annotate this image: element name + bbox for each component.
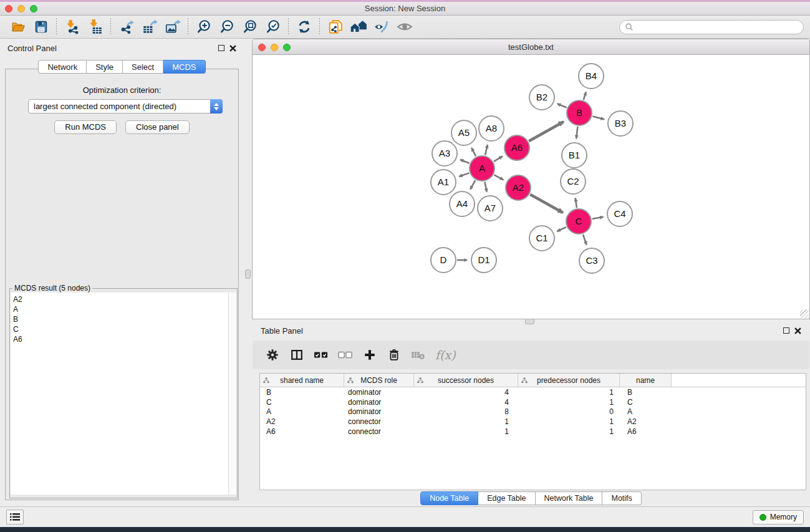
- graph-node-B2[interactable]: B2: [529, 85, 554, 110]
- graph-node-A[interactable]: A: [470, 156, 494, 181]
- import-network-icon[interactable]: [60, 17, 84, 36]
- graph-node-C3[interactable]: C3: [579, 248, 604, 273]
- float-panel-icon[interactable]: [218, 45, 224, 51]
- add-column-icon[interactable]: [362, 347, 377, 362]
- network-close-button[interactable]: [258, 44, 266, 51]
- graph-edge-A-A1[interactable]: [459, 173, 469, 177]
- graph-edge-C-C4[interactable]: [592, 217, 604, 219]
- network-minimize-button[interactable]: [271, 44, 278, 51]
- task-history-list-icon[interactable]: [6, 510, 24, 525]
- search-input[interactable]: [634, 22, 798, 31]
- tab-node-table[interactable]: Node Table: [420, 491, 478, 505]
- graph-node-D1[interactable]: D1: [471, 248, 496, 273]
- tab-edge-table[interactable]: Edge Table: [478, 491, 535, 505]
- column-header-predecessor-nodes[interactable]: predecessor nodes: [518, 374, 620, 387]
- graph-node-B4[interactable]: B4: [579, 64, 604, 89]
- graph-edge-A6-B[interactable]: [529, 122, 564, 141]
- graph-edge-C-C2[interactable]: [576, 198, 577, 208]
- graph-node-B[interactable]: B: [567, 100, 592, 125]
- import-table-icon[interactable]: [84, 17, 107, 36]
- network-zoom-button[interactable]: [283, 44, 291, 51]
- export-table-icon[interactable]: [138, 17, 161, 36]
- graph-node-C1[interactable]: C1: [529, 226, 554, 251]
- table-settings-gear-icon[interactable]: [265, 347, 280, 362]
- tab-mcds[interactable]: MCDS: [163, 60, 205, 74]
- close-panel-button[interactable]: Close panel: [125, 120, 190, 134]
- zoom-fit-icon[interactable]: [238, 17, 261, 36]
- graph-edge-A2-C[interactable]: [530, 195, 562, 213]
- column-header-name[interactable]: name: [620, 374, 672, 387]
- graph-edge-A-A5[interactable]: [471, 148, 476, 156]
- graph-node-C2[interactable]: C2: [561, 169, 586, 194]
- close-table-panel-icon[interactable]: [794, 327, 801, 334]
- graph-node-A7[interactable]: A7: [478, 196, 503, 221]
- export-network-icon[interactable]: [115, 17, 138, 36]
- table-row[interactable]: Cdominator41C: [260, 397, 806, 407]
- tab-style[interactable]: Style: [87, 60, 123, 74]
- table-row[interactable]: A6connector11A6: [260, 427, 806, 437]
- graph-edge-A-A8[interactable]: [485, 145, 488, 155]
- graph-node-A8[interactable]: A8: [479, 116, 504, 141]
- tab-network[interactable]: Network: [38, 60, 87, 74]
- graph-node-A3[interactable]: A3: [432, 141, 457, 166]
- graph-edge-B-B3[interactable]: [592, 116, 604, 119]
- graph-node-B3[interactable]: B3: [608, 111, 633, 136]
- graph-edge-C-C1[interactable]: [557, 227, 566, 231]
- show-view-icon[interactable]: [393, 17, 416, 36]
- mcds-result-list[interactable]: A2ABCA6: [11, 293, 236, 495]
- select-all-icon[interactable]: [314, 347, 329, 362]
- horizontal-splitter-grip[interactable]: [525, 319, 534, 324]
- graph-node-A1[interactable]: A1: [431, 170, 456, 195]
- graph-node-C4[interactable]: C4: [607, 201, 632, 226]
- delete-column-trash-icon[interactable]: [387, 347, 402, 362]
- column-header-MCDS-role[interactable]: MCDS role: [344, 374, 414, 387]
- open-file-icon[interactable]: [6, 17, 29, 36]
- zoom-window-button[interactable]: [30, 5, 37, 12]
- criterion-dropdown[interactable]: largest connected component (directed): [28, 99, 223, 114]
- run-mcds-button[interactable]: Run MCDS: [54, 120, 117, 134]
- mcds-result-item[interactable]: B: [13, 314, 228, 324]
- table-row[interactable]: Bdominator41B: [260, 387, 806, 397]
- graph-edge-C-C3[interactable]: [583, 235, 587, 245]
- network-canvas[interactable]: B4B2BB3A5A8A6A3B1AA1C2A2A4A7C4CC1C3DD1: [252, 55, 810, 319]
- table-row[interactable]: Adominator80A: [260, 407, 806, 417]
- column-header-shared-name[interactable]: shared name: [260, 374, 344, 387]
- graph-edge-A-A4[interactable]: [470, 180, 475, 189]
- network-graph[interactable]: B4B2BB3A5A8A6A3B1AA1C2A2A4A7C4CC1C3DD1: [253, 55, 809, 318]
- graph-node-A6[interactable]: A6: [504, 135, 529, 160]
- float-table-panel-icon[interactable]: [783, 327, 789, 334]
- graph-edge-A-A7[interactable]: [485, 182, 486, 192]
- table-row[interactable]: A2connector11A2: [260, 417, 806, 427]
- graph-edge-B-B4[interactable]: [584, 92, 586, 100]
- mcds-result-item[interactable]: C: [13, 324, 228, 334]
- close-window-button[interactable]: [5, 5, 12, 12]
- close-panel-icon[interactable]: [229, 45, 236, 52]
- hide-view-icon[interactable]: [370, 17, 393, 36]
- graph-node-B1[interactable]: B1: [562, 143, 587, 168]
- refresh-icon[interactable]: [292, 17, 316, 36]
- zoom-in-icon[interactable]: [192, 17, 215, 36]
- window-resize-grip[interactable]: [800, 309, 809, 318]
- zoom-selected-icon[interactable]: [261, 17, 284, 36]
- deselect-all-icon[interactable]: [338, 347, 353, 362]
- minimize-window-button[interactable]: [17, 5, 25, 12]
- network-window-titlebar[interactable]: testGlobe.txt: [252, 39, 810, 55]
- graph-node-C[interactable]: C: [566, 209, 591, 234]
- mcds-result-item[interactable]: A6: [13, 334, 228, 344]
- show-columns-icon[interactable]: [289, 347, 304, 362]
- search-box[interactable]: [619, 20, 804, 34]
- tab-network-table[interactable]: Network Table: [536, 491, 603, 505]
- tab-motifs[interactable]: Motifs: [602, 491, 641, 505]
- graph-node-A4[interactable]: A4: [450, 191, 475, 216]
- memory-button[interactable]: Memory: [753, 510, 804, 525]
- export-image-icon[interactable]: [161, 17, 184, 36]
- graph-edge-A-A2[interactable]: [494, 175, 503, 180]
- graph-node-A5[interactable]: A5: [451, 120, 476, 145]
- mcds-result-item[interactable]: A: [13, 304, 228, 314]
- graph-node-A2[interactable]: A2: [506, 175, 531, 200]
- zoom-out-icon[interactable]: [215, 17, 238, 36]
- save-session-icon[interactable]: [29, 17, 52, 36]
- graph-edge-B-B1[interactable]: [576, 127, 577, 138]
- copy-network-icon[interactable]: [324, 17, 347, 36]
- vertical-splitter-grip[interactable]: [245, 269, 251, 279]
